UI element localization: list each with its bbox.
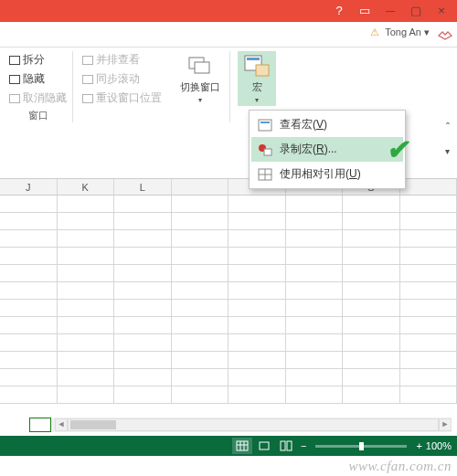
cell[interactable]	[58, 196, 115, 213]
cell[interactable]	[400, 265, 458, 282]
cell[interactable]	[286, 334, 344, 352]
cell[interactable]	[0, 352, 58, 369]
cell[interactable]	[58, 369, 115, 386]
cell[interactable]	[0, 386, 58, 404]
cell[interactable]	[114, 352, 172, 369]
cell[interactable]	[400, 282, 458, 300]
zoom-slider-handle[interactable]	[359, 442, 364, 450]
cell[interactable]	[58, 352, 115, 369]
cell[interactable]	[343, 230, 400, 248]
cell[interactable]	[114, 213, 172, 230]
cell[interactable]	[58, 282, 115, 300]
cell[interactable]	[114, 230, 172, 248]
cell[interactable]	[343, 282, 400, 300]
cell[interactable]	[343, 300, 400, 317]
cell[interactable]	[0, 369, 58, 386]
cell[interactable]	[400, 248, 458, 265]
cell[interactable]	[0, 317, 58, 334]
zoom-in-button[interactable]: +	[416, 440, 421, 451]
scrollbar-track[interactable]	[68, 418, 439, 431]
cell[interactable]	[114, 334, 172, 352]
cell[interactable]	[228, 230, 286, 248]
column-header[interactable]: J	[0, 179, 58, 195]
cell[interactable]	[286, 300, 344, 317]
cell[interactable]	[58, 317, 115, 334]
cell[interactable]	[286, 196, 344, 213]
cell[interactable]	[0, 334, 58, 352]
cell[interactable]	[0, 300, 58, 317]
cell[interactable]	[114, 265, 172, 282]
cell[interactable]	[400, 352, 458, 369]
cell[interactable]	[114, 369, 172, 386]
cell[interactable]	[0, 265, 58, 282]
ribbon-display-button[interactable]: ▭	[353, 3, 377, 19]
cell[interactable]	[286, 386, 344, 404]
cell[interactable]	[58, 386, 115, 404]
cell[interactable]	[400, 196, 458, 213]
column-header[interactable]	[172, 179, 229, 195]
zoom-slider[interactable]	[315, 445, 407, 448]
cell[interactable]	[172, 300, 229, 317]
cell[interactable]	[228, 334, 286, 352]
cell[interactable]	[58, 300, 115, 317]
cell[interactable]	[58, 265, 115, 282]
maximize-button[interactable]: ▢	[404, 3, 428, 19]
cell[interactable]	[172, 334, 229, 352]
cell[interactable]	[172, 196, 229, 213]
cell[interactable]	[228, 248, 286, 265]
cell[interactable]	[0, 248, 58, 265]
cell[interactable]	[172, 248, 229, 265]
scroll-left-button[interactable]: ◄	[55, 418, 68, 431]
cell[interactable]	[114, 300, 172, 317]
cell[interactable]	[228, 213, 286, 230]
cell[interactable]	[58, 334, 115, 352]
normal-view-button[interactable]	[232, 438, 252, 454]
sheet-tab[interactable]	[29, 418, 51, 432]
cell[interactable]	[114, 282, 172, 300]
split-button[interactable]: 拆分	[7, 51, 47, 69]
cell[interactable]	[400, 317, 458, 334]
cell[interactable]	[286, 213, 344, 230]
collapse-ribbon-button[interactable]: ˆ	[446, 122, 450, 134]
view-macros-item[interactable]: 查看宏(V)	[251, 112, 403, 137]
close-button[interactable]: ×	[430, 3, 453, 19]
hide-button[interactable]: 隐藏	[7, 70, 47, 88]
cell[interactable]	[172, 230, 229, 248]
cell[interactable]	[228, 386, 286, 404]
cell[interactable]	[228, 369, 286, 386]
cell[interactable]	[286, 352, 344, 369]
cell[interactable]	[400, 334, 458, 352]
cell[interactable]	[0, 213, 58, 230]
zoom-level[interactable]: 100%	[426, 440, 452, 451]
cell[interactable]	[400, 213, 458, 230]
cell[interactable]	[400, 230, 458, 248]
user-account[interactable]: ⚠ Tong An ▾	[370, 26, 430, 38]
cell[interactable]	[114, 386, 172, 404]
cell[interactable]	[0, 196, 58, 213]
switch-window-button[interactable]: 切换窗口 ▾	[175, 51, 226, 106]
minimize-button[interactable]: —	[378, 3, 402, 19]
cell[interactable]	[0, 230, 58, 248]
cell[interactable]	[286, 317, 344, 334]
cell[interactable]	[343, 334, 400, 352]
cell[interactable]	[343, 213, 400, 230]
cell[interactable]	[172, 213, 229, 230]
cell[interactable]	[228, 282, 286, 300]
cell[interactable]	[58, 230, 115, 248]
cell[interactable]	[343, 265, 400, 282]
cell[interactable]	[58, 213, 115, 230]
column-header[interactable]	[400, 179, 458, 195]
cell[interactable]	[0, 282, 58, 300]
cell[interactable]	[114, 248, 172, 265]
cell[interactable]	[286, 230, 344, 248]
share-icon[interactable]	[436, 25, 454, 43]
cell[interactable]	[286, 369, 344, 386]
cell[interactable]	[343, 386, 400, 404]
scrollbar-thumb[interactable]	[70, 420, 116, 429]
column-header[interactable]: L	[114, 179, 172, 195]
cell[interactable]	[286, 265, 344, 282]
cell[interactable]	[228, 352, 286, 369]
cell[interactable]	[172, 369, 229, 386]
cell[interactable]	[228, 300, 286, 317]
cell[interactable]	[172, 317, 229, 334]
